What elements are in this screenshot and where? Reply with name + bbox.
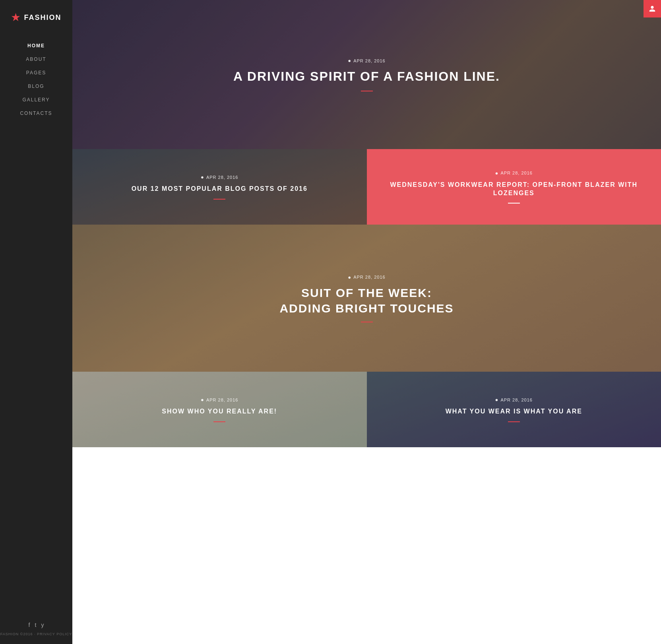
sidebar: ★ FASHION HOME ABOUT PAGES BLOG GALLERY …: [0, 0, 72, 644]
post-half-left-1-date-text: APR 28, 2016: [206, 175, 238, 180]
post-bottom-right-content: ● APR 28, 2016 WHAT YOU WEAR IS WHAT YOU…: [367, 372, 661, 447]
hero-divider: [361, 91, 373, 91]
post-bottom-left-divider: [213, 421, 225, 422]
post-half-right-1-date-text: APR 28, 2016: [500, 171, 533, 175]
nav-about[interactable]: ABOUT: [0, 52, 72, 66]
post-bottom-left-date-text: APR 28, 2016: [206, 398, 238, 402]
post-half-left-1-title: OUR 12 MOST POPULAR BLOG POSTS OF 2016: [132, 185, 308, 193]
post-bottom-left-title: SHOW WHO YOU REALLY ARE!: [162, 407, 277, 416]
social-icons: f t y: [29, 622, 44, 628]
post-bottom-right-title: WHAT YOU WEAR IS WHAT YOU ARE: [446, 407, 582, 416]
post-half-left-1-date: ● APR 28, 2016: [201, 174, 238, 180]
post-half-left-1[interactable]: ● APR 28, 2016 OUR 12 MOST POPULAR BLOG …: [72, 149, 367, 225]
post-half-left-1-divider: [213, 199, 225, 200]
top-bar: [644, 0, 661, 17]
logo-text: FASHION: [24, 14, 61, 22]
user-icon: [649, 5, 656, 12]
logo[interactable]: ★ FASHION: [11, 12, 61, 23]
post-bottom-right[interactable]: ● APR 28, 2016 WHAT YOU WEAR IS WHAT YOU…: [367, 372, 661, 447]
clock-icon-6: ●: [495, 397, 499, 403]
nav-pages[interactable]: PAGES: [0, 66, 72, 80]
post-half-right-1-content: ● APR 28, 2016 WEDNESDAY'S WORKWEAR REPO…: [367, 149, 661, 225]
post-bottom-right-date-text: APR 28, 2016: [500, 398, 533, 402]
hero-date-text: APR 28, 2016: [353, 58, 386, 63]
post-half-right-1-title: WEDNESDAY'S WORKWEAR REPORT: OPEN-FRONT …: [375, 181, 653, 198]
nav-contacts[interactable]: CONTACTS: [0, 107, 72, 120]
clock-icon: ●: [348, 58, 351, 64]
clock-icon-3: ●: [495, 170, 499, 176]
large-post-divider: [361, 322, 373, 322]
large-post-date-text: APR 28, 2016: [353, 275, 386, 279]
hero-date: ● APR 28, 2016: [348, 58, 385, 64]
clock-icon-4: ●: [348, 274, 351, 280]
large-post[interactable]: ● APR 28, 2016 SUIT OF THE WEEK: ADDING …: [72, 225, 661, 372]
clock-icon-5: ●: [201, 397, 204, 403]
nav-gallery[interactable]: GALLERY: [0, 93, 72, 107]
hero-content: ● APR 28, 2016 A DRIVING SPIRIT OF A FAS…: [72, 0, 661, 149]
post-bottom-right-divider: [508, 421, 520, 422]
post-bottom-left-date: ● APR 28, 2016: [201, 397, 238, 403]
user-button[interactable]: [644, 0, 661, 17]
large-post-content: ● APR 28, 2016 SUIT OF THE WEEK: ADDING …: [72, 225, 661, 372]
youtube-icon[interactable]: y: [41, 622, 44, 628]
post-half-right-1-divider: [508, 203, 520, 204]
large-post-date: ● APR 28, 2016: [348, 274, 385, 280]
post-half-right-1[interactable]: ● APR 28, 2016 WEDNESDAY'S WORKWEAR REPO…: [367, 149, 661, 225]
nav-home[interactable]: HOME: [0, 39, 72, 52]
post-bottom-right-date: ● APR 28, 2016: [495, 397, 533, 403]
post-bottom-left[interactable]: ● APR 28, 2016 SHOW WHO YOU REALLY ARE!: [72, 372, 367, 447]
footer-text: FASHION ©2016 · PRIVACY POLICY: [0, 632, 72, 636]
facebook-icon[interactable]: f: [29, 622, 30, 628]
clock-icon-2: ●: [201, 174, 204, 180]
post-half-right-1-date: ● APR 28, 2016: [495, 170, 533, 176]
sidebar-footer: f t y FASHION ©2016 · PRIVACY POLICY: [0, 622, 72, 636]
twitter-icon[interactable]: t: [35, 622, 36, 628]
row-half-2: ● APR 28, 2016 SHOW WHO YOU REALLY ARE! …: [72, 372, 661, 447]
main-content: ● APR 28, 2016 A DRIVING SPIRIT OF A FAS…: [72, 0, 661, 644]
hero-title: A DRIVING SPIRIT OF A FASHION LINE.: [233, 68, 500, 85]
post-bottom-left-content: ● APR 28, 2016 SHOW WHO YOU REALLY ARE!: [72, 372, 367, 447]
large-post-title: SUIT OF THE WEEK: ADDING BRIGHT TOUCHES: [279, 285, 454, 316]
nav-blog[interactable]: BLOG: [0, 80, 72, 93]
logo-star-icon: ★: [11, 12, 21, 23]
post-half-left-1-content: ● APR 28, 2016 OUR 12 MOST POPULAR BLOG …: [72, 149, 367, 225]
row-half-1: ● APR 28, 2016 OUR 12 MOST POPULAR BLOG …: [72, 149, 661, 225]
main-nav: HOME ABOUT PAGES BLOG GALLERY CONTACTS: [0, 39, 72, 120]
hero-post[interactable]: ● APR 28, 2016 A DRIVING SPIRIT OF A FAS…: [72, 0, 661, 149]
